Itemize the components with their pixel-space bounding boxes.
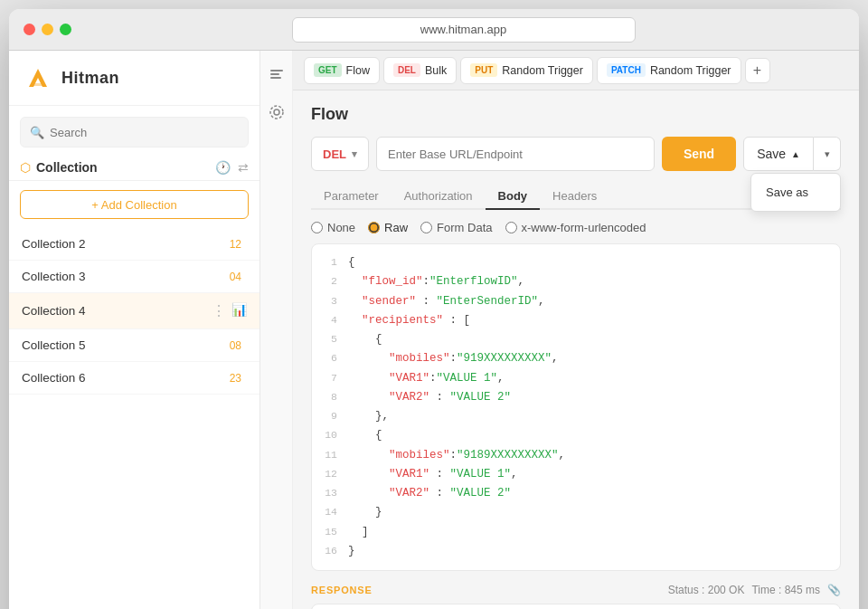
shuffle-icon[interactable]: ⇄ xyxy=(238,160,249,175)
more-icon[interactable]: ⋮ xyxy=(212,302,226,319)
url-input[interactable] xyxy=(376,137,655,171)
add-collection-button[interactable]: + Add Collection xyxy=(20,190,249,219)
minimize-button[interactable] xyxy=(42,24,53,35)
response-body: { "message": "306a716d6434313731373730",… xyxy=(311,604,841,609)
collection-bar: ⬡ Collection 🕐 ⇄ xyxy=(9,155,259,181)
tabs-row: GET Flow DEL Bulk PUT Random Trigger PAT… xyxy=(293,51,859,90)
collection-item-name: Collection 5 xyxy=(22,338,230,352)
titlebar: www.hitman.app xyxy=(9,9,859,51)
code-line: 7 "VAR1":"VALUE 1", xyxy=(312,369,840,388)
code-line: 13 "VAR2" : "VALUE 2" xyxy=(312,484,840,503)
chart-icon[interactable]: 📊 xyxy=(231,302,247,319)
code-line: 6 "mobiles":"919XXXXXXXXX", xyxy=(312,349,840,368)
code-line: 10 { xyxy=(312,426,840,445)
radio-urlencoded[interactable]: x-www-form-urlencoded xyxy=(505,221,646,234)
api-icon[interactable] xyxy=(264,62,289,87)
code-line: 9 }, xyxy=(312,407,840,426)
collection-bar-actions: 🕐 ⇄ xyxy=(215,160,249,175)
url-bar: www.hitman.app xyxy=(292,17,636,43)
svg-rect-4 xyxy=(270,77,281,79)
search-icon: 🔍 xyxy=(30,126,44,139)
tab-bulk[interactable]: DEL Bulk xyxy=(383,57,457,84)
svg-rect-1 xyxy=(31,83,45,86)
response-status: Status : 200 OK xyxy=(668,584,745,596)
list-item[interactable]: Collection 2 12 xyxy=(9,228,259,261)
code-line: 3 "sender" : "EnterSenderID", xyxy=(312,292,840,311)
tab-method-del: DEL xyxy=(393,63,420,77)
url-row: DEL ▾ Send Save ▲ ▾ Save as xyxy=(311,137,841,171)
code-editor[interactable]: 1{ 2 "flow_id":"EnterflowID", 3 "sender"… xyxy=(311,243,841,571)
tab-headers[interactable]: Headers xyxy=(540,184,609,210)
collection-item-actions: ⋮ 📊 xyxy=(212,302,247,319)
svg-rect-2 xyxy=(270,70,283,71)
selected-method: DEL xyxy=(323,147,346,161)
code-line: 2 "flow_id":"EnterflowID", xyxy=(312,272,840,291)
collection-item-name: Collection 2 xyxy=(22,237,230,251)
url-text: www.hitman.app xyxy=(420,23,506,36)
list-item[interactable]: Collection 3 04 xyxy=(9,261,259,293)
response-meta: Status : 200 OK Time : 845 ms 📎 xyxy=(668,584,841,596)
add-tab-button[interactable]: + xyxy=(745,58,770,83)
response-section: RESPONSE Status : 200 OK Time : 845 ms 📎… xyxy=(311,584,841,609)
code-line: 8 "VAR2" : "VALUE 2" xyxy=(312,388,840,407)
app-window: www.hitman.app Hitman 🔍 xyxy=(9,9,859,609)
tab-method-patch: PATCH xyxy=(607,63,646,77)
tab-label: Random Trigger xyxy=(650,64,731,77)
collection-label: Collection xyxy=(36,160,210,175)
tab-flow[interactable]: GET Flow xyxy=(304,57,380,84)
tab-label: Bulk xyxy=(425,64,447,77)
history-icon[interactable]: 🕐 xyxy=(215,160,231,175)
list-item[interactable]: Collection 5 08 xyxy=(9,329,259,362)
tab-body[interactable]: Body xyxy=(486,184,541,210)
tab-parameter[interactable]: Parameter xyxy=(311,184,392,210)
save-chevron-icon: ▲ xyxy=(791,149,800,159)
settings-icon[interactable] xyxy=(264,100,289,125)
code-line: 5 { xyxy=(312,330,840,349)
code-line: 15 ] xyxy=(312,523,840,542)
sidebar-header: Hitman xyxy=(9,51,259,106)
svg-point-6 xyxy=(270,106,283,119)
app-title: Hitman xyxy=(61,69,119,88)
svg-point-5 xyxy=(274,109,279,115)
save-dropdown-menu: Save as xyxy=(750,173,841,212)
radio-raw[interactable]: Raw xyxy=(368,221,408,234)
code-line: 14 } xyxy=(312,503,840,522)
attachment-icon[interactable]: 📎 xyxy=(827,584,841,596)
side-strip xyxy=(260,51,293,609)
list-item[interactable]: Collection 4 ⋮ 📊 xyxy=(9,293,259,329)
tab-random-trigger-put[interactable]: PUT Random Trigger xyxy=(460,57,593,84)
method-selector[interactable]: DEL ▾ xyxy=(311,137,369,171)
traffic-lights xyxy=(24,24,71,35)
collection-icon: ⬡ xyxy=(20,160,31,175)
save-dropdown-button[interactable]: ▾ xyxy=(814,137,841,171)
save-as-option[interactable]: Save as xyxy=(751,179,840,205)
tab-authorization[interactable]: Authorization xyxy=(392,184,486,210)
svg-rect-3 xyxy=(270,73,279,75)
content-area: Flow DEL ▾ Send Save ▲ ▾ xyxy=(293,90,859,609)
radio-none[interactable]: None xyxy=(311,221,355,234)
list-item[interactable]: Collection 6 23 xyxy=(9,362,259,395)
response-time: Time : 845 ms xyxy=(751,584,820,596)
search-box[interactable]: 🔍 xyxy=(20,117,249,147)
collection-item-name: Collection 4 xyxy=(22,304,212,318)
collection-item-badge: 04 xyxy=(230,271,241,283)
maximize-button[interactable] xyxy=(60,24,71,35)
radio-form-data[interactable]: Form Data xyxy=(420,221,492,234)
code-line: 16} xyxy=(312,542,840,561)
tab-label: Random Trigger xyxy=(502,64,583,77)
save-button[interactable]: Save ▲ xyxy=(743,137,814,171)
collection-item-badge: 08 xyxy=(230,339,241,352)
close-button[interactable] xyxy=(24,24,35,35)
code-line: 11 "mobiles":"9189XXXXXXXXX", xyxy=(312,446,840,465)
code-line: 4 "recipients" : [ xyxy=(312,311,840,330)
method-chevron-icon: ▾ xyxy=(352,148,357,160)
sidebar: Hitman 🔍 ⬡ Collection 🕐 ⇄ + Add Collecti… xyxy=(9,51,260,609)
send-button[interactable]: Send xyxy=(662,137,736,171)
request-title: Flow xyxy=(311,105,841,124)
collection-item-badge: 12 xyxy=(230,238,241,251)
tab-random-trigger-patch[interactable]: PATCH Random Trigger xyxy=(597,57,741,84)
response-header: RESPONSE Status : 200 OK Time : 845 ms 📎 xyxy=(311,584,841,596)
collection-list: Collection 2 12 Collection 3 04 Collecti… xyxy=(9,228,259,609)
search-input[interactable] xyxy=(50,126,239,139)
save-btn-group: Save ▲ ▾ Save as xyxy=(743,137,841,171)
